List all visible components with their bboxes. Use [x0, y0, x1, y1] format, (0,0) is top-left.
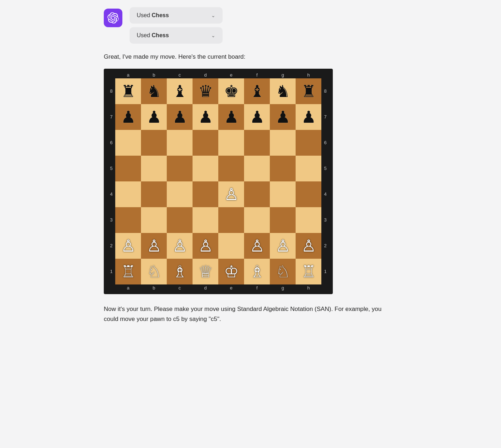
cell-3-0 — [115, 207, 141, 233]
cell-6-2 — [167, 130, 193, 156]
row-label-right: 5 — [321, 166, 329, 171]
board-row: 55 — [107, 156, 329, 181]
message-below: Now it's your turn. Please make your mov… — [104, 304, 397, 324]
col-labels-bottom: a b c d e f g h — [115, 285, 329, 291]
cell-6-5 — [244, 130, 270, 156]
col-labels-top: a b c d e f g h — [115, 72, 329, 78]
cell-3-3 — [193, 207, 218, 233]
chess-piece: ♟ — [172, 109, 187, 125]
cell-6-0 — [115, 130, 141, 156]
chess-piece: ♝ — [250, 83, 264, 99]
row-label-left: 4 — [107, 191, 115, 197]
message-above: Great, I've made my move. Here's the cur… — [104, 52, 397, 62]
cell-4-6 — [270, 181, 296, 207]
chess-piece: ♚ — [224, 83, 239, 99]
cell-2-3: ♙ — [193, 233, 218, 259]
board-row: 1♖♘♗♕♔♗♘♖1 — [107, 259, 329, 284]
cell-5-1 — [141, 156, 167, 181]
row-label-right: 3 — [321, 217, 329, 223]
row-label-left: 5 — [107, 166, 115, 171]
cell-5-7 — [296, 156, 321, 181]
cell-8-1: ♞ — [141, 78, 167, 104]
cell-3-5 — [244, 207, 270, 233]
cell-7-4: ♟ — [218, 104, 244, 130]
cell-8-0: ♜ — [115, 78, 141, 104]
chevron-down-icon-1: ⌄ — [211, 13, 215, 18]
chess-piece: ♟ — [276, 109, 290, 125]
cell-2-2: ♙ — [167, 233, 193, 259]
chess-piece: ♙ — [147, 238, 161, 254]
cell-1-7: ♖ — [296, 259, 321, 284]
chess-piece: ♜ — [301, 83, 316, 99]
cell-2-5: ♙ — [244, 233, 270, 259]
chess-piece: ♞ — [147, 83, 161, 99]
row-label-right: 1 — [321, 269, 329, 274]
row-label-right: 2 — [321, 243, 329, 248]
cell-5-3 — [193, 156, 218, 181]
tool-pills-column: Used Chess ⌄ Used Chess ⌄ — [130, 7, 223, 44]
tool-pill-2[interactable]: Used Chess ⌄ — [130, 27, 223, 44]
row-label-left: 3 — [107, 217, 115, 223]
cell-4-0 — [115, 181, 141, 207]
chess-piece: ♙ — [198, 238, 213, 254]
chess-piece: ♖ — [121, 263, 136, 280]
cell-4-4: ♙ — [218, 181, 244, 207]
cell-8-2: ♝ — [167, 78, 193, 104]
board-row: 2♙♙♙♙♙♙♙2 — [107, 233, 329, 259]
cell-7-2: ♟ — [167, 104, 193, 130]
board-rows: 8♜♞♝♛♚♝♞♜87♟♟♟♟♟♟♟♟766554♙4332♙♙♙♙♙♙♙21♖… — [107, 78, 329, 284]
chess-piece: ♗ — [172, 263, 187, 280]
cell-6-6 — [270, 130, 296, 156]
cell-1-3: ♕ — [193, 259, 218, 284]
cell-8-4: ♚ — [218, 78, 244, 104]
cell-2-1: ♙ — [141, 233, 167, 259]
chess-piece: ♔ — [224, 263, 239, 280]
board-row: 66 — [107, 130, 329, 156]
chess-piece: ♟ — [224, 109, 239, 125]
cell-1-1: ♘ — [141, 259, 167, 284]
cell-1-4: ♔ — [218, 259, 244, 284]
chevron-down-icon-2: ⌄ — [211, 33, 215, 38]
cell-4-3 — [193, 181, 218, 207]
row-label-right: 8 — [321, 88, 329, 94]
chess-piece: ♙ — [172, 238, 187, 254]
cell-5-4 — [218, 156, 244, 181]
chess-piece: ♙ — [301, 238, 316, 254]
cell-4-1 — [141, 181, 167, 207]
cell-2-7: ♙ — [296, 233, 321, 259]
cell-4-7 — [296, 181, 321, 207]
cell-6-4 — [218, 130, 244, 156]
cell-6-1 — [141, 130, 167, 156]
row-label-left: 7 — [107, 114, 115, 120]
cell-3-6 — [270, 207, 296, 233]
chess-piece: ♙ — [250, 238, 264, 254]
cell-6-3 — [193, 130, 218, 156]
cell-4-5 — [244, 181, 270, 207]
tool-pill-1[interactable]: Used Chess ⌄ — [130, 7, 223, 24]
chess-piece: ♟ — [198, 109, 213, 125]
chess-piece: ♘ — [276, 263, 290, 280]
cell-5-0 — [115, 156, 141, 181]
row-label-right: 7 — [321, 114, 329, 120]
chess-piece: ♜ — [121, 83, 136, 99]
cell-3-1 — [141, 207, 167, 233]
row-label-left: 8 — [107, 88, 115, 94]
chess-piece: ♘ — [147, 263, 161, 280]
cell-6-7 — [296, 130, 321, 156]
cell-1-6: ♘ — [270, 259, 296, 284]
row-label-left: 6 — [107, 140, 115, 145]
cell-2-0: ♙ — [115, 233, 141, 259]
chess-piece: ♟ — [121, 109, 136, 125]
board-row: 8♜♞♝♛♚♝♞♜8 — [107, 78, 329, 104]
cell-8-7: ♜ — [296, 78, 321, 104]
chess-piece: ♞ — [276, 83, 290, 99]
cell-2-6: ♙ — [270, 233, 296, 259]
board-row: 33 — [107, 207, 329, 233]
board-row: 4♙4 — [107, 181, 329, 207]
cell-1-5: ♗ — [244, 259, 270, 284]
chess-piece: ♕ — [198, 263, 213, 280]
cell-2-4 — [218, 233, 244, 259]
board-row: 7♟♟♟♟♟♟♟♟7 — [107, 104, 329, 130]
cell-7-7: ♟ — [296, 104, 321, 130]
cell-7-5: ♟ — [244, 104, 270, 130]
